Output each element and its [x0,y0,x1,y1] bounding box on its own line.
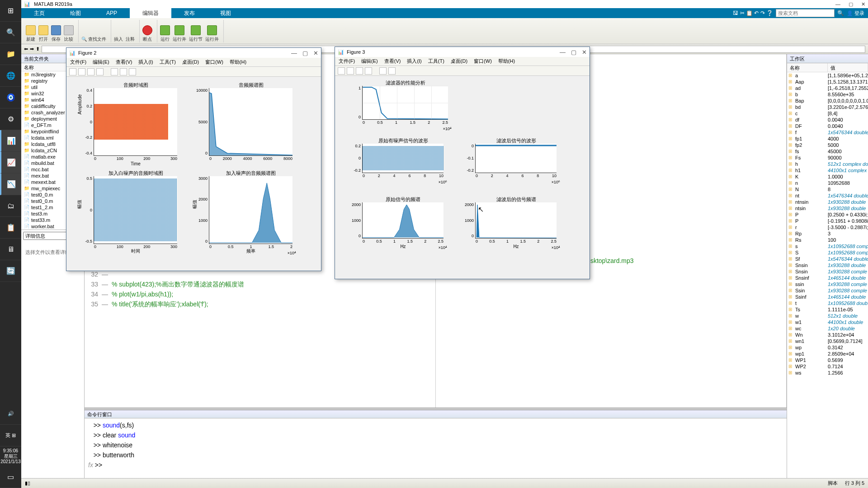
minimize-button[interactable]: — [835,1,840,7]
insert-button[interactable]: 插入 [114,36,123,42]
workspace-var[interactable]: Fs90000 [787,155,868,161]
login-link[interactable]: 👤 登录 [847,10,864,17]
tray-icons[interactable]: 🔊 [0,403,21,425]
fig2-axes-1[interactable]: 音频时域图 Time Amplitude 0.40.20-0.2-0.4 010… [94,88,177,156]
workspace-var[interactable]: c[8,4] [787,110,868,117]
tray-ime[interactable]: 英 ⊞ [0,425,21,446]
tool-new-icon[interactable] [338,67,345,75]
maximize-button[interactable]: ▢ [849,1,853,7]
workspace-var[interactable]: bd[3.2201e-07,2.5761 [787,104,868,110]
figure-3-window[interactable]: 📊 Figure 3 — ▢ ✕ 文件(F)编辑(E)查看(V)插入(I)工具(… [335,47,590,279]
fig3-axes-5[interactable]: 滤波后的信号频谱 Hz 200010000 00.511.522.5 ×10⁴ [475,202,557,239]
figure-menu-item[interactable]: 文件(F) [70,59,86,66]
workspace-var[interactable]: K1.0000 [787,174,868,180]
workspace-var[interactable]: Snsin1x930288 comple [787,268,868,275]
fig2-close[interactable]: ✕ [313,50,318,56]
tool-save-icon[interactable] [356,67,363,75]
workspace-var[interactable]: f1x5476344 double [787,129,868,136]
fig3-axes-3[interactable]: 滤波后信号的波形 0-0.1-0.2 0246810 ×10⁶ [475,144,557,173]
task-app-9[interactable]: 🔄 [0,260,21,282]
fig3-axes-2[interactable]: 原始有噪声信号的波形 0.20-0.2 0246810 ×10⁶ [362,144,443,173]
workspace-var[interactable]: WP20.7124 [787,363,868,370]
workspace-var[interactable]: Ts1.1111e-05 [787,306,868,313]
nav-back-icon[interactable]: ⬅ [24,46,28,52]
figure-menu-item[interactable]: 工具(T) [428,58,444,65]
workspace-var[interactable]: Aap[1,5.1258,13.1371,2 [787,79,868,85]
tab-plot[interactable]: 绘图 [57,8,94,18]
task-app-1[interactable]: 🔍 [0,22,21,43]
task-app-2[interactable]: 📁 [0,43,21,65]
workspace-var[interactable]: Snsinf1x465144 double [787,275,868,281]
workspace-var[interactable]: Rs100 [787,237,868,243]
workspace-var[interactable]: s1x10952688 comple [787,243,868,249]
taskbar-clock[interactable]: 9:35:06 星期三 2021/1/13 [0,446,21,466]
workspace-var[interactable]: t1x10952688 doub [787,300,868,306]
figure-menu-item[interactable]: 帮助(H) [498,58,515,65]
tool-print-icon[interactable] [365,67,372,75]
workspace-var[interactable]: ssin1x930288 comple [787,281,868,287]
new-button[interactable]: 新建 [26,25,36,42]
nav-fwd-icon[interactable]: ➡ [30,46,34,52]
tool-zoom-icon[interactable] [120,68,127,75]
workspace-var[interactable]: fs45000 [787,148,868,155]
tool-open-icon[interactable] [78,68,85,75]
fig3-axes-4[interactable]: 原始信号的频谱 Hz 200010000 00.511.522.5 ×10⁴ [362,202,443,239]
tool-pan-icon[interactable] [129,68,136,75]
workspace-var[interactable]: wp12.8509e+04 [787,351,868,357]
figure-2-window[interactable]: 📊 Figure 2 — ▢ ✕ 文件(F)编辑(E)查看(V)插入(I)工具(… [66,47,321,271]
workspace-var[interactable]: r[-3.5000 - 0.2887i; [787,224,868,230]
tab-publish[interactable]: 发布 [171,8,208,18]
run-button[interactable]: 运行 [160,25,170,42]
workspace-var[interactable]: WP10.5699 [787,357,868,363]
figure-menu-item[interactable]: 编辑(E) [93,59,109,66]
tool-open-icon[interactable] [347,67,354,75]
figure-menu-item[interactable]: 查看(V) [384,58,401,65]
workspace-varlist[interactable]: a[1,1.5896e+05,1.26Aap[1,5.1258,13.1371,… [787,72,868,478]
figure-menu-item[interactable]: 帮助(H) [230,59,246,66]
workspace-var[interactable]: fp14000 [787,136,868,142]
task-app-4[interactable]: 🧿 [0,87,21,108]
figure-menu-item[interactable]: 窗口(W) [474,58,492,65]
workspace-var[interactable]: DF0.0040 [787,123,868,129]
workspace-var[interactable]: ad[1,-6.2518,17.2552 [787,85,868,91]
workspace-var[interactable]: h512x1 complex double [787,161,868,167]
tab-view[interactable]: 视图 [208,8,244,18]
workspace-var[interactable]: S1x10952688 comple [787,249,868,256]
workspace-var[interactable]: w512x1 double [787,313,868,319]
workspace-var[interactable]: Wn3.1012e+04 [787,332,868,338]
doc-search-input[interactable] [776,9,835,17]
figure-menu-item[interactable]: 桌面(D) [451,58,467,65]
fig3-close[interactable]: ✕ [582,49,587,56]
fig2-minimize[interactable]: — [291,50,297,56]
figure-menu-item[interactable]: 编辑(E) [361,58,378,65]
tool-link-icon[interactable] [388,67,396,75]
qat-icons[interactable]: 🖫 ✂ 📋 ↶ ↷ ❔ [733,10,773,16]
figure-menu-item[interactable]: 文件(F) [339,58,355,65]
fig2-maximize[interactable]: ▢ [302,50,308,56]
workspace-var[interactable]: h144100x1 complex [787,167,868,174]
fig3-minimize[interactable]: — [560,49,566,56]
figure-3-toolbar[interactable] [335,66,590,76]
save-button[interactable]: 保存 [51,25,61,42]
runsection-button[interactable]: 运行节 [189,25,203,42]
task-figure-2[interactable]: 📈 [0,152,21,174]
tab-app[interactable]: APP [94,8,130,18]
workspace-var[interactable]: wc1x20 double [787,325,868,332]
workspace-var[interactable]: w144100x1 double [787,319,868,325]
task-app-3[interactable]: 🌐 [0,65,21,87]
command-window[interactable]: >> sound(s,fs) >> clear sound >> whiteno… [85,418,787,478]
task-figure-3[interactable]: 📉 [0,174,21,195]
breakpoint-button[interactable]: 断点 [142,25,152,42]
open-button[interactable]: 打开 [38,25,48,42]
workspace-var[interactable]: ntnsin1x930288 double [787,199,868,205]
task-matlab[interactable]: 📊 [0,130,21,152]
comment-button[interactable]: 注释 [126,36,135,42]
fig2-axes-3[interactable]: 加入白噪声的音频时域图 时间 幅值 0.50-0.5 0100200300 [94,176,177,244]
workspace-var[interactable]: ntsin1x930288 double [787,205,868,211]
workspace-var[interactable]: Rp3 [787,230,868,237]
workspace-var[interactable]: a[1,1.5896e+05,1.26 [787,72,868,79]
figure-2-toolbar[interactable] [66,67,321,77]
workspace-var[interactable]: df0.0040 [787,117,868,123]
fig3-axes-1[interactable]: 滤波器的性能分析 10 00.511.522.5 ×10⁴ [362,86,448,120]
figure-menu-item[interactable]: 插入(I) [138,59,153,66]
